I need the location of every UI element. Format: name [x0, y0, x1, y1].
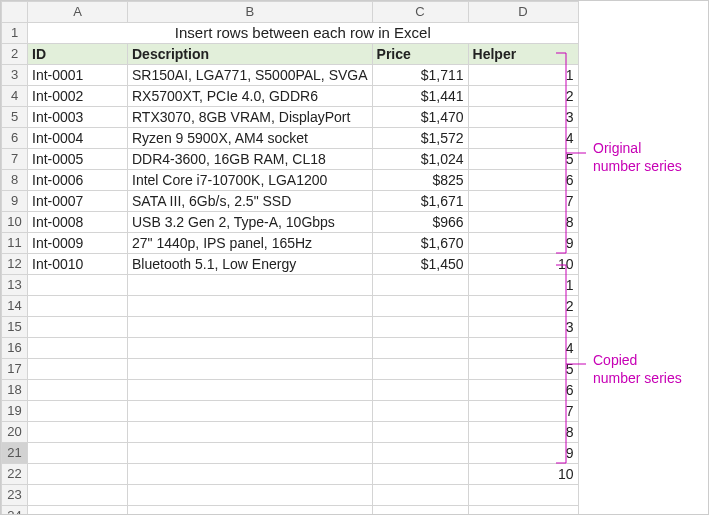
cell-id[interactable]: Int-0004	[28, 128, 128, 149]
cell-desc[interactable]: SR150AI, LGA771, S5000PAL, SVGA	[128, 65, 373, 86]
row-header-10[interactable]: 10	[2, 212, 28, 233]
cell-desc[interactable]: DDR4-3600, 16GB RAM, CL18	[128, 149, 373, 170]
cell-desc[interactable]: Bluetooth 5.1, Low Energy	[128, 254, 373, 275]
cell-id[interactable]: Int-0007	[28, 191, 128, 212]
cell-empty[interactable]	[372, 422, 468, 443]
cell-copied-helper[interactable]: 3	[468, 317, 578, 338]
select-all-corner[interactable]	[2, 2, 28, 23]
cell-copied-helper[interactable]: 7	[468, 401, 578, 422]
header-desc[interactable]: Description	[128, 44, 373, 65]
cell-empty[interactable]	[372, 464, 468, 485]
cell-empty[interactable]	[28, 296, 128, 317]
cell-copied-helper[interactable]: 6	[468, 380, 578, 401]
row-header-19[interactable]: 19	[2, 401, 28, 422]
cell-desc[interactable]: RTX3070, 8GB VRAM, DisplayPort	[128, 107, 373, 128]
cell-empty[interactable]	[468, 506, 578, 516]
cell-helper[interactable]: 5	[468, 149, 578, 170]
cell-copied-helper[interactable]: 4	[468, 338, 578, 359]
row-header-9[interactable]: 9	[2, 191, 28, 212]
cell-empty[interactable]	[372, 338, 468, 359]
cell-copied-helper[interactable]: 8	[468, 422, 578, 443]
row-header-5[interactable]: 5	[2, 107, 28, 128]
cell-id[interactable]: Int-0001	[28, 65, 128, 86]
cell-empty[interactable]	[372, 485, 468, 506]
cell-empty[interactable]	[28, 464, 128, 485]
cell-id[interactable]: Int-0002	[28, 86, 128, 107]
cell-price[interactable]: $825	[372, 170, 468, 191]
cell-empty[interactable]	[28, 275, 128, 296]
cell-copied-helper[interactable]: 10	[468, 464, 578, 485]
cell-empty[interactable]	[128, 506, 373, 516]
cell-helper[interactable]: 8	[468, 212, 578, 233]
col-header-C[interactable]: C	[372, 2, 468, 23]
row-header-16[interactable]: 16	[2, 338, 28, 359]
cell-empty[interactable]	[28, 359, 128, 380]
cell-empty[interactable]	[128, 464, 373, 485]
cell-helper[interactable]: 7	[468, 191, 578, 212]
cell-desc[interactable]: USB 3.2 Gen 2, Type-A, 10Gbps	[128, 212, 373, 233]
cell-price[interactable]: $1,670	[372, 233, 468, 254]
cell-helper[interactable]: 2	[468, 86, 578, 107]
cell-id[interactable]: Int-0010	[28, 254, 128, 275]
title-cell[interactable]: Insert rows between each row in Excel	[28, 23, 579, 44]
cell-price[interactable]: $1,711	[372, 65, 468, 86]
cell-empty[interactable]	[128, 296, 373, 317]
row-header-17[interactable]: 17	[2, 359, 28, 380]
row-header-3[interactable]: 3	[2, 65, 28, 86]
cell-empty[interactable]	[372, 359, 468, 380]
cell-helper[interactable]: 9	[468, 233, 578, 254]
cell-empty[interactable]	[28, 338, 128, 359]
cell-helper[interactable]: 1	[468, 65, 578, 86]
cell-id[interactable]: Int-0005	[28, 149, 128, 170]
cell-id[interactable]: Int-0006	[28, 170, 128, 191]
cell-copied-helper[interactable]: 2	[468, 296, 578, 317]
cell-id[interactable]: Int-0008	[28, 212, 128, 233]
row-header-2[interactable]: 2	[2, 44, 28, 65]
header-id[interactable]: ID	[28, 44, 128, 65]
row-header-4[interactable]: 4	[2, 86, 28, 107]
cell-copied-helper[interactable]: 9	[468, 443, 578, 464]
cell-empty[interactable]	[128, 422, 373, 443]
cell-helper[interactable]: 3	[468, 107, 578, 128]
cell-price[interactable]: $1,024	[372, 149, 468, 170]
cell-price[interactable]: $1,572	[372, 128, 468, 149]
row-header-18[interactable]: 18	[2, 380, 28, 401]
row-header-6[interactable]: 6	[2, 128, 28, 149]
cell-empty[interactable]	[372, 275, 468, 296]
cell-empty[interactable]	[128, 380, 373, 401]
cell-empty[interactable]	[128, 443, 373, 464]
cell-empty[interactable]	[372, 296, 468, 317]
cell-empty[interactable]	[128, 338, 373, 359]
cell-price[interactable]: $1,441	[372, 86, 468, 107]
cell-empty[interactable]	[128, 485, 373, 506]
row-header-20[interactable]: 20	[2, 422, 28, 443]
cell-price[interactable]: $1,671	[372, 191, 468, 212]
row-header-15[interactable]: 15	[2, 317, 28, 338]
cell-price[interactable]: $966	[372, 212, 468, 233]
cell-empty[interactable]	[372, 443, 468, 464]
header-price[interactable]: Price	[372, 44, 468, 65]
header-helper[interactable]: Helper	[468, 44, 578, 65]
cell-helper[interactable]: 10	[468, 254, 578, 275]
cell-price[interactable]: $1,470	[372, 107, 468, 128]
cell-empty[interactable]	[372, 317, 468, 338]
row-header-1[interactable]: 1	[2, 23, 28, 44]
cell-helper[interactable]: 6	[468, 170, 578, 191]
cell-helper[interactable]: 4	[468, 128, 578, 149]
cell-empty[interactable]	[28, 443, 128, 464]
cell-copied-helper[interactable]: 1	[468, 275, 578, 296]
row-header-8[interactable]: 8	[2, 170, 28, 191]
spreadsheet-grid[interactable]: A B C D 1Insert rows between each row in…	[1, 1, 579, 515]
cell-empty[interactable]	[468, 485, 578, 506]
row-header-22[interactable]: 22	[2, 464, 28, 485]
cell-empty[interactable]	[28, 401, 128, 422]
cell-empty[interactable]	[128, 317, 373, 338]
cell-empty[interactable]	[372, 401, 468, 422]
cell-copied-helper[interactable]: 5	[468, 359, 578, 380]
cell-empty[interactable]	[372, 506, 468, 516]
cell-empty[interactable]	[28, 317, 128, 338]
cell-price[interactable]: $1,450	[372, 254, 468, 275]
cell-empty[interactable]	[28, 506, 128, 516]
cell-empty[interactable]	[128, 359, 373, 380]
cell-desc[interactable]: 27" 1440p, IPS panel, 165Hz	[128, 233, 373, 254]
